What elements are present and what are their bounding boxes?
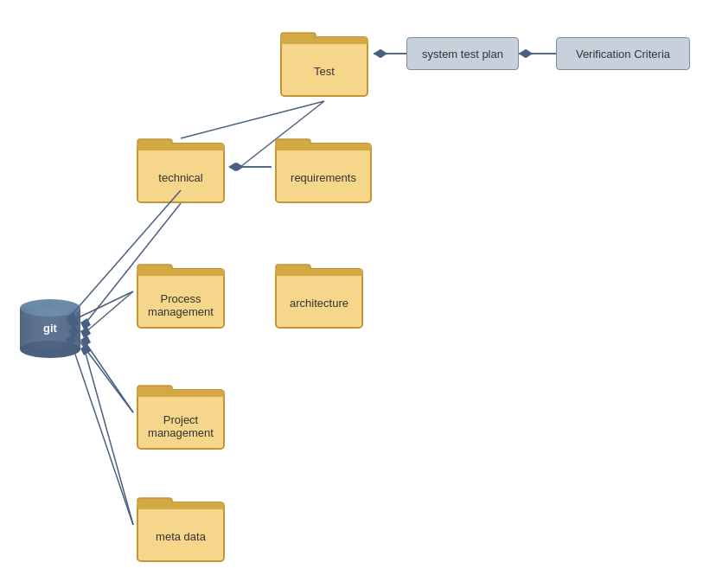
architecture-folder: architecture: [272, 251, 367, 333]
technical-label: technical: [133, 171, 228, 184]
diagram: Test system test plan Verification Crite…: [0, 0, 703, 588]
git-node: git: [16, 294, 85, 359]
process-management-label: Process management: [133, 292, 228, 318]
svg-line-13: [85, 350, 133, 525]
svg-marker-3: [519, 49, 533, 58]
svg-rect-23: [276, 144, 371, 150]
svg-marker-1: [374, 49, 387, 58]
metadata-label: meta data: [133, 530, 228, 543]
svg-rect-17: [281, 37, 367, 44]
svg-rect-29: [276, 269, 362, 276]
svg-text:git: git: [43, 322, 58, 335]
svg-line-11: [85, 342, 133, 412]
svg-marker-46: [519, 49, 533, 58]
test-folder: Test: [277, 19, 372, 101]
svg-line-9: [85, 291, 133, 333]
svg-marker-6: [230, 163, 244, 171]
metadata-folder: meta data: [133, 484, 228, 566]
svg-rect-20: [137, 144, 224, 150]
technical-folder: technical: [133, 125, 228, 208]
verification-criteria-box: Verification Criteria: [556, 37, 690, 70]
architecture-label: architecture: [272, 297, 367, 310]
svg-line-55: [71, 342, 133, 525]
svg-rect-37: [137, 390, 224, 397]
svg-marker-48: [228, 163, 242, 171]
project-management-label: Project management: [133, 413, 228, 439]
svg-marker-44: [374, 49, 387, 58]
requirements-folder: requirements: [272, 125, 375, 208]
requirements-label: requirements: [272, 171, 375, 184]
project-management-folder: Project management: [133, 372, 228, 454]
system-test-plan-box: system test plan: [406, 37, 519, 70]
test-label: Test: [277, 65, 372, 78]
svg-rect-26: [137, 269, 224, 276]
svg-rect-40: [137, 502, 224, 509]
process-management-folder: Process management: [133, 251, 228, 333]
